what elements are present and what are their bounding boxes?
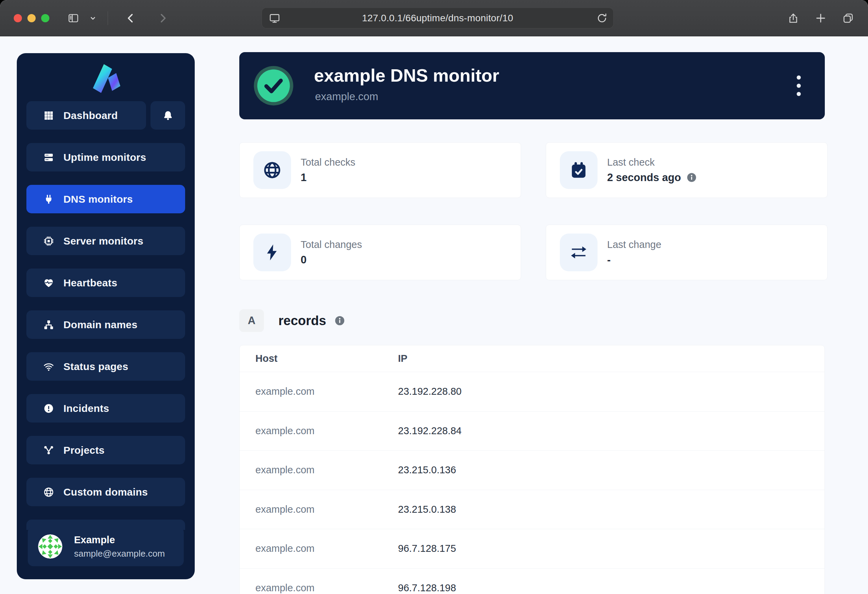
app-logo[interactable] — [27, 53, 185, 101]
grid-icon — [43, 110, 55, 121]
page-icon — [269, 12, 280, 25]
ip-cell: 23.192.228.84 — [398, 425, 824, 437]
globe-icon — [43, 486, 55, 498]
records-title: records — [278, 313, 326, 328]
new-tab-icon[interactable] — [815, 12, 827, 24]
stat-value: 0 — [301, 254, 307, 266]
record-type-badge: A — [239, 309, 264, 332]
info-icon[interactable] — [334, 315, 345, 326]
table-row: example.com 96.7.128.175 — [240, 529, 824, 568]
heart-pulse-icon — [43, 277, 55, 289]
exclamation-circle-icon — [43, 403, 55, 414]
sidebar-item-incidents[interactable]: Incidents — [27, 394, 185, 423]
user-card[interactable]: Example sample@example.com — [28, 527, 184, 566]
sidebar-item-dashboard[interactable]: Dashboard — [27, 101, 146, 130]
host-cell: example.com — [255, 582, 398, 594]
globe-icon — [253, 151, 291, 189]
sidebar-item-heartbeats[interactable]: Heartbeats — [27, 269, 185, 297]
stat-card-last-check: Last check 2 seconds ago — [546, 142, 828, 198]
monitor-header-card: example DNS monitor example.com — [239, 52, 825, 119]
column-header-ip: IP — [398, 353, 824, 364]
forward-icon[interactable] — [156, 12, 169, 24]
sidebar-item-domain-names[interactable]: Domain names — [27, 310, 185, 339]
ip-cell: 23.215.0.138 — [398, 504, 824, 515]
stat-label: Total changes — [301, 239, 362, 250]
lightning-icon — [253, 233, 291, 271]
back-icon[interactable] — [124, 12, 137, 24]
host-cell: example.com — [255, 464, 398, 476]
table-header-row: Host IP — [240, 345, 824, 372]
sidebar-item-status-pages[interactable]: Status pages — [27, 352, 185, 381]
ip-cell: 23.192.228.80 — [398, 386, 824, 397]
host-cell: example.com — [255, 543, 398, 554]
sidebar-item-custom-domains[interactable]: Custom domains — [27, 478, 185, 506]
sidebar-item-projects[interactable]: Projects — [27, 436, 185, 464]
server-stack-icon — [43, 152, 55, 163]
ip-cell: 96.7.128.175 — [398, 543, 824, 554]
host-cell: example.com — [255, 386, 398, 397]
stat-card-total-changes: Total changes 0 — [239, 225, 521, 280]
info-icon[interactable] — [686, 172, 697, 183]
ip-cell: 96.7.128.198 — [398, 582, 824, 594]
wifi-icon — [43, 361, 55, 372]
minimize-window-button[interactable] — [27, 14, 35, 22]
close-window-button[interactable] — [14, 14, 22, 22]
stat-label: Total checks — [301, 157, 356, 168]
traffic-lights — [14, 14, 49, 22]
stat-value: - — [607, 254, 611, 266]
url-text: 127.0.0.1/66uptime/dns-monitor/10 — [362, 13, 513, 24]
user-email: sample@example.com — [74, 548, 165, 559]
sidebar-item-label: Heartbeats — [63, 277, 117, 289]
swap-arrows-icon — [560, 233, 598, 271]
stat-label: Last change — [607, 239, 661, 250]
sidebar-item-label: Status pages — [63, 361, 128, 372]
monitor-title: example DNS monitor — [314, 65, 499, 86]
browser-chrome: 127.0.0.1/66uptime/dns-monitor/10 — [0, 0, 868, 36]
page-content: Dashboard Uptime monitors DNS moni — [0, 37, 868, 594]
notifications-button[interactable] — [151, 101, 185, 130]
address-bar[interactable]: 127.0.0.1/66uptime/dns-monitor/10 — [261, 7, 614, 28]
stat-value: 1 — [301, 171, 307, 184]
sidebar-item-label: Uptime monitors — [63, 152, 146, 163]
table-row: example.com 23.192.228.84 — [240, 411, 824, 451]
cpu-icon — [43, 235, 55, 247]
sidebar-item-label: Incidents — [63, 403, 109, 414]
kebab-menu-button[interactable] — [792, 75, 806, 96]
chevron-down-icon[interactable] — [89, 12, 97, 24]
tabs-overview-icon[interactable] — [842, 12, 854, 24]
sitemap-icon — [43, 319, 55, 331]
sidebar-toggle-icon[interactable] — [67, 12, 80, 24]
user-name: Example — [74, 534, 165, 546]
records-section-header: A records — [239, 309, 345, 332]
column-header-host: Host — [255, 353, 398, 364]
sidebar-item-label: Domain names — [63, 319, 137, 331]
monitor-subtitle: example.com — [315, 90, 378, 103]
table-row: example.com 96.7.128.198 — [240, 568, 824, 594]
stat-card-total-checks: Total checks 1 — [239, 142, 521, 198]
bell-icon — [162, 110, 174, 121]
records-table: Host IP example.com 23.192.228.80 exampl… — [239, 345, 825, 594]
status-up-icon — [253, 65, 294, 106]
zoom-window-button[interactable] — [41, 14, 49, 22]
share-icon[interactable] — [787, 12, 799, 24]
stat-card-last-change: Last change - — [546, 225, 828, 280]
plug-icon — [43, 194, 55, 205]
sidebar-item-dns-monitors[interactable]: DNS monitors — [27, 185, 185, 213]
sidebar-item-label: Server monitors — [63, 235, 143, 247]
reload-icon[interactable] — [596, 12, 608, 25]
host-cell: example.com — [255, 425, 398, 437]
calendar-check-icon — [560, 151, 598, 189]
sidebar-item-label: DNS monitors — [63, 194, 133, 205]
sidebar-item-uptime-monitors[interactable]: Uptime monitors — [27, 143, 185, 171]
sidebar: Dashboard Uptime monitors DNS moni — [17, 53, 195, 579]
table-row: example.com 23.215.0.136 — [240, 450, 824, 490]
sidebar-item-label: Dashboard — [63, 110, 118, 121]
sidebar-item-server-monitors[interactable]: Server monitors — [27, 227, 185, 255]
table-row: example.com 23.215.0.138 — [240, 490, 824, 529]
ip-cell: 23.215.0.136 — [398, 464, 824, 476]
host-cell: example.com — [255, 504, 398, 515]
stat-value: 2 seconds ago — [607, 171, 681, 184]
table-row: example.com 23.192.228.80 — [240, 372, 824, 411]
sidebar-item-label: Projects — [63, 445, 105, 456]
stat-label: Last check — [607, 157, 697, 168]
